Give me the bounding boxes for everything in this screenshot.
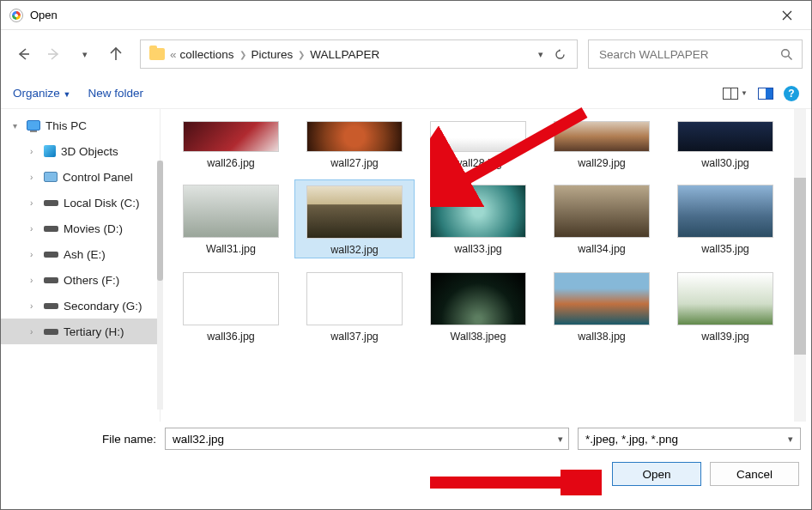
chevron-right-icon: ›: [30, 173, 39, 182]
chevron-right-icon: ❯: [239, 50, 246, 59]
sidebar-item-secondary-g[interactable]: ›Secondary (G:): [1, 293, 160, 319]
drive-icon: [44, 200, 58, 206]
file-item-selected[interactable]: wall32.jpg: [294, 179, 415, 258]
sidebar-item-tertiary-h[interactable]: ›Tertiary (H:): [1, 319, 160, 344]
file-name: wall33.jpg: [454, 243, 502, 255]
filename-combo[interactable]: ▾: [165, 428, 569, 450]
arrow-right-icon: [46, 46, 62, 62]
organize-menu[interactable]: Organize ▼: [13, 87, 70, 100]
chevron-right-icon: ›: [30, 198, 39, 208]
file-item[interactable]: wall35.jpg: [665, 179, 785, 258]
chevron-right-icon: ›: [30, 327, 39, 337]
thumbnail: [677, 272, 773, 325]
search-input[interactable]: [597, 47, 780, 62]
chevron-right-icon: ›: [30, 276, 39, 285]
tree-label: This PC: [45, 119, 87, 132]
tree-label: Secondary (G:): [64, 300, 142, 313]
chevron-down-icon: ▾: [13, 121, 21, 131]
sidebar-item-movies-d[interactable]: ›Movies (D:): [1, 216, 160, 241]
drive-icon: [44, 303, 58, 309]
arrow-left-icon: [15, 46, 31, 62]
file-item[interactable]: wall26.jpg: [171, 116, 291, 171]
view-mode-button[interactable]: ▼: [723, 88, 748, 100]
search-box[interactable]: [588, 39, 803, 69]
back-button[interactable]: [9, 40, 37, 68]
drive-icon: [44, 252, 58, 258]
file-item[interactable]: Wall38.jpeg: [418, 267, 538, 344]
file-name: wall39.jpg: [701, 331, 749, 343]
breadcrumb-item[interactable]: WALLPAPER: [310, 48, 379, 61]
filename-input[interactable]: [171, 432, 558, 446]
chevron-right-icon: ›: [30, 250, 39, 259]
window-title: Open: [30, 9, 768, 21]
breadcrumb-item[interactable]: collections: [180, 48, 234, 61]
file-name: wall27.jpg: [330, 157, 379, 169]
file-item[interactable]: wall38.jpg: [542, 267, 662, 344]
toolbar: Organize ▼ New folder ▼ ?: [1, 78, 811, 109]
file-item[interactable]: Wall31.jpg: [171, 179, 291, 258]
file-item[interactable]: wall29.jpg: [542, 116, 662, 171]
file-name: Wall31.jpg: [206, 243, 256, 255]
body: ▾ This PC ›3D Objects ›Control Panel ›Lo…: [1, 109, 811, 422]
file-item[interactable]: wall34.jpg: [542, 179, 662, 258]
tree-label: Tertiary (H:): [64, 325, 124, 338]
breadcrumb-overflow[interactable]: «: [170, 48, 177, 61]
pc-icon: [27, 120, 40, 131]
sidebar-item-control-panel[interactable]: ›Control Panel: [1, 164, 160, 190]
file-item[interactable]: wall36.jpg: [171, 267, 291, 344]
file-name: wall38.jpg: [578, 331, 626, 343]
help-button[interactable]: ?: [784, 86, 799, 101]
sidebar-item-others-f[interactable]: ›Others (F:): [1, 267, 160, 293]
thumbnail: [554, 121, 650, 152]
close-button[interactable]: [768, 1, 806, 30]
chevron-right-icon: ›: [30, 301, 39, 311]
file-item[interactable]: wall33.jpg: [418, 179, 538, 258]
file-item[interactable]: wall27.jpg: [294, 116, 415, 171]
thumbnail: [306, 185, 403, 239]
file-item[interactable]: wall30.jpg: [665, 116, 785, 171]
footer-filename-row: File name: ▾ *.jpeg, *.jpg, *.png ▾: [1, 422, 811, 456]
sidebar-item-local-disk-c[interactable]: ›Local Disk (C:): [1, 190, 160, 216]
file-item[interactable]: wall37.jpg: [294, 267, 415, 344]
up-button[interactable]: [102, 40, 130, 68]
chevron-right-icon: ❯: [298, 50, 305, 59]
arrow-up-icon: [108, 46, 124, 62]
new-folder-button[interactable]: New folder: [88, 87, 143, 100]
chevron-down-icon: ▾: [788, 434, 793, 445]
cancel-button[interactable]: Cancel: [710, 462, 799, 486]
chevron-right-icon: ›: [30, 147, 39, 156]
file-name: wall32.jpg: [330, 244, 379, 256]
preview-pane-button[interactable]: [758, 88, 773, 100]
drive-icon: [44, 329, 58, 335]
path-dropdown[interactable]: ▾: [538, 49, 543, 60]
gallery-scrollbar-thumb[interactable]: [794, 178, 806, 355]
sidebar-item-3d-objects[interactable]: ›3D Objects: [1, 138, 160, 164]
svg-point-0: [782, 49, 790, 57]
recent-locations-button[interactable]: ▾: [71, 40, 99, 68]
forward-button[interactable]: [40, 40, 68, 68]
filetype-combo[interactable]: *.jpeg, *.jpg, *.png ▾: [578, 428, 801, 450]
tree-label: Control Panel: [63, 171, 133, 184]
thumbnail: [183, 272, 279, 325]
file-name: wall36.jpg: [207, 331, 255, 343]
layout-icon: [723, 88, 738, 100]
file-name: Wall38.jpeg: [451, 331, 506, 343]
file-gallery: wall26.jpg wall27.jpg wall28.jpg wall29.…: [161, 109, 811, 351]
file-item[interactable]: wall28.jpg: [418, 116, 538, 171]
file-name: wall28.jpg: [454, 157, 502, 169]
filename-label: File name:: [102, 433, 156, 446]
tree-root-this-pc[interactable]: ▾ This PC: [1, 112, 160, 138]
breadcrumb-item[interactable]: Pictures: [251, 48, 294, 61]
chrome-icon: [9, 9, 23, 22]
open-button[interactable]: Open: [612, 462, 701, 486]
chevron-down-icon: ▾: [558, 434, 563, 445]
tree-label: 3D Objects: [61, 145, 118, 158]
file-item[interactable]: wall39.jpg: [665, 267, 785, 344]
refresh-icon[interactable]: [554, 48, 567, 61]
address-bar[interactable]: « collections ❯ Pictures ❯ WALLPAPER ▾: [140, 39, 578, 69]
file-name: wall37.jpg: [330, 331, 379, 343]
file-name: wall26.jpg: [207, 157, 255, 169]
sidebar-item-ash-e[interactable]: ›Ash (E:): [1, 241, 160, 267]
open-button-label: Open: [642, 468, 670, 481]
nav-bar: ▾ « collections ❯ Pictures ❯ WALLPAPER ▾: [1, 30, 811, 78]
